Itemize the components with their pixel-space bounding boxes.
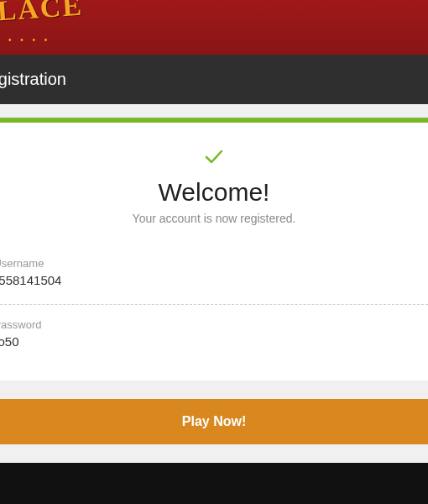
username-label: our Username [0, 257, 428, 270]
page-title: nt Registration [0, 70, 428, 89]
play-now-button[interactable]: Play Now! [0, 399, 428, 444]
spacer [0, 104, 428, 118]
password-value: asino50 [0, 334, 428, 349]
password-label: our Password [0, 318, 428, 331]
footer [0, 463, 428, 504]
username-value: ccr0558141504 [0, 273, 428, 287]
divider [0, 304, 428, 305]
password-row: our Password asino50 [0, 310, 428, 360]
brand-logo: ALACE [0, 0, 84, 29]
title-bar: nt Registration [0, 55, 428, 104]
brand-header: ALACE • • • • [0, 0, 428, 55]
success-check-icon [0, 146, 428, 168]
spacer [0, 444, 428, 463]
brand-logo-dots: • • • • [8, 35, 50, 45]
welcome-subtext: Your account is now registered. [0, 212, 428, 225]
welcome-heading: Welcome! [0, 178, 428, 207]
success-card: Welcome! Your account is now registered.… [0, 123, 428, 381]
spacer [0, 381, 428, 399]
username-row: our Username ccr0558141504 [0, 249, 428, 299]
